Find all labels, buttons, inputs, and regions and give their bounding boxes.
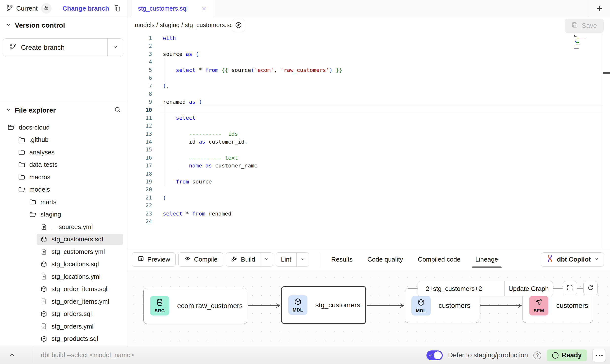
code-line[interactable]: ) — [163, 194, 342, 202]
chevron-up-icon[interactable] — [9, 352, 15, 358]
tree-item-label: stg_customers.sql — [51, 235, 103, 243]
code-line[interactable] — [163, 218, 342, 226]
code-line[interactable] — [163, 146, 342, 154]
code-line[interactable] — [163, 186, 342, 194]
tree-item-stg-customers-yml[interactable]: stg_customers.yml — [0, 246, 127, 258]
scrollbar-thumb[interactable] — [603, 72, 610, 74]
tree-item-marts[interactable]: marts — [0, 196, 127, 208]
panel-tab-results[interactable]: Results — [330, 249, 354, 270]
dbt-copilot-logo-icon — [546, 255, 554, 264]
code-line[interactable] — [163, 42, 342, 50]
line-number: 20 — [127, 186, 152, 194]
code-line[interactable] — [163, 202, 342, 210]
help-icon[interactable]: ? — [533, 351, 541, 359]
node-label: stg_customers — [315, 301, 360, 309]
fullscreen-button[interactable] — [563, 281, 577, 295]
code-line[interactable] — [163, 106, 342, 114]
lint-dropdown-button[interactable] — [297, 253, 309, 266]
table-icon — [137, 255, 144, 264]
line-number: 19 — [127, 178, 152, 186]
code-line[interactable] — [163, 58, 342, 66]
preview-button[interactable]: Preview — [132, 252, 176, 267]
status-badge[interactable]: Ready — [547, 349, 587, 361]
tree-item-data-tests[interactable]: data-tests — [0, 159, 127, 171]
line-number: 11 — [127, 114, 152, 122]
panel-tab-lineage[interactable]: Lineage — [474, 249, 500, 270]
code-line[interactable]: select * from {{ source('ecom', 'raw_cus… — [163, 66, 342, 74]
code-editor[interactable]: 123456789101112131415161718192021222324 … — [127, 34, 610, 249]
tree-item-stg-customers-sql[interactable]: stg_customers.sql — [0, 233, 127, 246]
build-dropdown-button[interactable] — [260, 253, 273, 266]
lineage-node-stg-customers[interactable]: MDLstg_customers — [281, 286, 366, 324]
more-options-button[interactable] — [593, 349, 606, 362]
tree-item--github[interactable]: .github — [0, 134, 127, 146]
tree-item-macros[interactable]: macros — [0, 171, 127, 183]
file-explorer-header[interactable]: File explorer — [6, 104, 121, 117]
lineage-node-ecom-raw-customers[interactable]: SRCecom.raw_customers — [143, 288, 247, 324]
line-number: 17 — [127, 162, 152, 170]
search-icon[interactable] — [114, 106, 121, 115]
close-icon[interactable] — [201, 6, 207, 11]
compile-button[interactable]: Compile — [178, 252, 223, 267]
change-branch-link[interactable]: Change branch — [63, 5, 109, 12]
divider — [321, 253, 321, 266]
line-number: 3 — [127, 50, 152, 58]
lineage-selector-input[interactable]: 2+stg_customers+2 — [418, 281, 504, 296]
tree-item-label: stg_locations.sql — [51, 260, 99, 268]
code-line[interactable]: from source — [163, 178, 342, 186]
tree-item-models[interactable]: models — [0, 183, 127, 196]
tree-item-stg-locations-yml[interactable]: stg_locations.yml — [0, 270, 127, 283]
tree-item-analyses[interactable]: analyses — [0, 146, 127, 159]
copy-icon[interactable] — [114, 5, 121, 12]
lineage-graph[interactable]: 2+stg_customers+2 Update Graph SRCecom.r… — [127, 270, 610, 346]
code-line[interactable]: ---------- text — [163, 154, 342, 162]
create-branch-dropdown-button[interactable] — [108, 39, 123, 56]
minimap[interactable] — [574, 35, 594, 49]
code-line[interactable]: select * from renamed — [163, 210, 342, 218]
node-type-badge: MDL — [288, 295, 307, 315]
code-line[interactable] — [163, 74, 342, 82]
tree-item-staging[interactable]: staging — [0, 208, 127, 221]
save-button[interactable]: Save — [565, 19, 604, 33]
dbt-copilot-button[interactable]: dbt Copilot — [541, 252, 604, 267]
tree-item-stg-orders-sql[interactable]: stg_orders.sql — [0, 308, 127, 320]
tree-item-stg-order-items-yml[interactable]: stg_order_items.yml — [0, 295, 127, 308]
refresh-icon — [587, 284, 594, 292]
version-control-header[interactable]: Version control — [6, 21, 65, 29]
refresh-button[interactable] — [583, 281, 598, 295]
folder-icon — [18, 136, 25, 144]
code-line[interactable]: select — [163, 114, 342, 122]
panel-tab-compiled-code[interactable]: Compiled code — [416, 249, 462, 270]
code-line[interactable]: name as customer_name — [163, 162, 342, 170]
command-input[interactable]: dbt build --select <model_name> — [41, 351, 134, 359]
code-line[interactable] — [163, 90, 342, 98]
panel-tab-code-quality[interactable]: Code quality — [366, 249, 405, 270]
tab-stg-customers-sql[interactable]: stg_customers.sql — [131, 0, 214, 17]
code-line[interactable]: id as customer_id, — [163, 138, 342, 146]
tree-item--sources-yml[interactable]: __sources.yml — [0, 221, 127, 233]
tree-item-stg-order-items-sql[interactable]: stg_order_items.sql — [0, 283, 127, 296]
git-branch-icon — [9, 43, 17, 52]
tree-item-stg-locations-sql[interactable]: stg_locations.sql — [0, 258, 127, 271]
tree-item-stg-products-sql[interactable]: stg_products.sql — [0, 333, 127, 345]
create-branch-button[interactable]: Create branch — [3, 39, 107, 56]
update-graph-button[interactable]: Update Graph — [505, 281, 553, 296]
build-split-button: Build — [226, 252, 273, 267]
code-content[interactable]: withsource as ( select * from {{ source(… — [163, 34, 342, 226]
lock-icon — [44, 5, 49, 12]
ide-compass-button[interactable] — [232, 19, 245, 32]
tree-item-stg-orders-yml[interactable]: stg_orders.yml — [0, 320, 127, 333]
lint-button[interactable]: Lint — [276, 253, 296, 266]
tree-item-docs-cloud[interactable]: docs-cloud — [0, 121, 127, 134]
code-line[interactable]: ---------- ids — [163, 130, 342, 138]
code-line[interactable] — [163, 122, 342, 130]
code-line[interactable] — [163, 170, 342, 178]
build-button[interactable]: Build — [226, 253, 260, 266]
tab-strip: stg_customers.sql — [127, 0, 610, 17]
code-line[interactable]: ), — [163, 82, 342, 90]
new-tab-button[interactable] — [593, 2, 606, 15]
code-line[interactable]: source as ( — [163, 50, 342, 58]
code-line[interactable]: with — [163, 34, 342, 42]
defer-toggle[interactable] — [426, 350, 443, 360]
code-line[interactable]: renamed as ( — [163, 98, 342, 106]
